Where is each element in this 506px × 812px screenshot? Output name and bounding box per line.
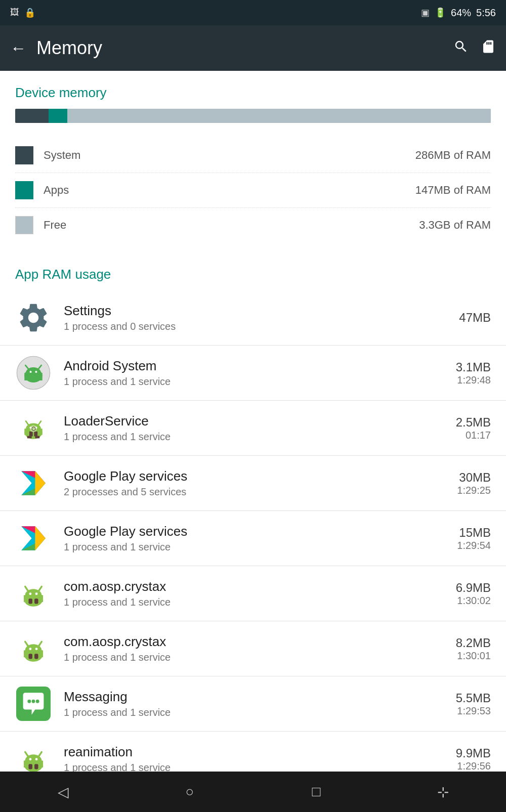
app-item-play2[interactable]: Google Play services 1 process and 1 ser… xyxy=(0,511,506,566)
reanimation-icon xyxy=(15,741,52,772)
memory-bar xyxy=(15,109,491,123)
svg-rect-16 xyxy=(34,432,37,437)
messaging-sub: 1 process and 1 service xyxy=(64,707,456,718)
play-icon-2 xyxy=(15,520,52,557)
svg-point-4 xyxy=(30,371,32,373)
settings-sub: 1 process and 0 services xyxy=(64,321,459,332)
free-label: Free xyxy=(44,219,419,232)
svg-point-35 xyxy=(35,592,38,595)
svg-point-52 xyxy=(36,700,39,703)
crystax2-mem: 8.2MB xyxy=(456,636,491,650)
app-ram-title: App RAM usage xyxy=(0,252,506,290)
lock-icon: 🔒 xyxy=(24,7,35,18)
loader-info: LoaderService 1 process and 1 service xyxy=(64,413,456,443)
app-item-android-system[interactable]: Android System 1 process and 1 service 3… xyxy=(0,346,506,401)
crystax1-sub: 1 process and 1 service xyxy=(64,596,456,608)
crystax1-info: com.aosp.crystax 1 process and 1 service xyxy=(64,579,456,608)
play1-time: 1:29:25 xyxy=(457,485,491,496)
apps-color xyxy=(15,181,33,199)
settings-stats: 47MB xyxy=(459,311,491,325)
messaging-time: 1:29:53 xyxy=(456,705,491,717)
messaging-icon xyxy=(15,686,52,722)
crystax1-time: 1:30:02 xyxy=(456,595,491,607)
android-system-mem: 3.1MB xyxy=(456,360,491,374)
signal-icon: ▣ xyxy=(421,7,430,18)
play1-stats: 30MB 1:29:25 xyxy=(457,471,491,496)
back-button[interactable]: ← xyxy=(10,39,26,58)
crystax2-time: 1:30:01 xyxy=(456,650,491,662)
svg-line-46 xyxy=(39,642,41,646)
svg-rect-48 xyxy=(34,654,38,659)
crystax2-info: com.aosp.crystax 1 process and 1 service xyxy=(64,634,456,663)
android-system-time: 1:29:48 xyxy=(456,374,491,386)
play2-mem: 15MB xyxy=(457,526,491,540)
settings-name: Settings xyxy=(64,303,459,319)
loader-name: LoaderService xyxy=(64,413,456,429)
play2-name: Google Play services xyxy=(64,524,457,539)
settings-mem: 47MB xyxy=(459,311,491,325)
android-system-icon xyxy=(15,355,52,391)
messaging-mem: 5.5MB xyxy=(456,691,491,705)
loader-sub: 1 process and 1 service xyxy=(64,431,456,443)
reanimation-stats: 9.9MB 1:29:56 xyxy=(456,746,491,772)
device-memory-section: Device memory System 286MB of RAM Apps 1… xyxy=(0,71,506,252)
status-bar: 🖼 🔒 ▣ 🔋 64% 5:56 xyxy=(0,0,506,25)
apps-label: Apps xyxy=(44,184,415,197)
settings-info: Settings 1 process and 0 services xyxy=(64,303,459,332)
crystax2-name: com.aosp.crystax xyxy=(64,634,456,650)
app-item-crystax2[interactable]: com.aosp.crystax 1 process and 1 service… xyxy=(0,621,506,676)
app-item-settings[interactable]: Settings 1 process and 0 services 47MB xyxy=(0,290,506,346)
crystax1-icon xyxy=(15,575,52,612)
messaging-info: Messaging 1 process and 1 service xyxy=(64,689,456,718)
play2-stats: 15MB 1:29:54 xyxy=(457,526,491,551)
android-system-name: Android System xyxy=(64,358,456,374)
settings-icon xyxy=(15,300,52,336)
back-nav-button[interactable]: ◁ xyxy=(48,777,78,807)
crystax2-sub: 1 process and 1 service xyxy=(64,652,456,663)
messaging-stats: 5.5MB 1:29:53 xyxy=(456,691,491,717)
android-system-stats: 3.1MB 1:29:48 xyxy=(456,360,491,386)
app-item-play1[interactable]: Google Play services 2 processes and 5 s… xyxy=(0,456,506,511)
app-ram-section: App RAM usage Settings 1 process and 0 s… xyxy=(0,252,506,772)
crystax2-icon xyxy=(15,630,52,667)
svg-line-14 xyxy=(38,421,41,424)
system-label: System xyxy=(44,149,415,162)
loader-stats: 2.5MB 01:17 xyxy=(456,415,491,441)
crystax1-mem: 6.9MB xyxy=(456,581,491,595)
svg-line-13 xyxy=(26,421,28,424)
play2-sub: 1 process and 1 service xyxy=(64,541,457,553)
system-color xyxy=(15,146,33,164)
svg-rect-18 xyxy=(35,436,39,439)
app-item-messaging[interactable]: Messaging 1 process and 1 service 5.5MB … xyxy=(0,676,506,732)
crystax1-stats: 6.9MB 1:30:02 xyxy=(456,581,491,607)
play1-mem: 30MB xyxy=(457,471,491,485)
reanimation-mem: 9.9MB xyxy=(456,746,491,760)
memory-bar-apps xyxy=(49,109,68,123)
battery-percent: 64% xyxy=(451,7,471,19)
svg-point-50 xyxy=(27,700,31,703)
page-title: Memory xyxy=(36,37,453,59)
legend-apps: Apps 147MB of RAM xyxy=(15,173,491,208)
svg-rect-38 xyxy=(28,599,32,604)
play1-info: Google Play services 2 processes and 5 s… xyxy=(64,468,457,498)
svg-rect-15 xyxy=(29,432,33,437)
svg-point-43 xyxy=(29,648,32,650)
screenshot-nav-button[interactable]: ⊹ xyxy=(428,777,458,807)
svg-point-56 xyxy=(29,758,32,760)
svg-line-36 xyxy=(25,586,28,590)
sd-card-icon[interactable] xyxy=(481,39,496,58)
home-nav-button[interactable]: ○ xyxy=(175,777,205,807)
memory-bar-free xyxy=(67,109,491,123)
svg-line-59 xyxy=(39,752,41,756)
app-item-reanimation[interactable]: reanimation 1 process and 1 service 9.9M… xyxy=(0,732,506,772)
free-color xyxy=(15,216,33,234)
legend-free: Free 3.3GB of RAM xyxy=(15,208,491,242)
recent-nav-button[interactable]: □ xyxy=(301,777,331,807)
crystax1-name: com.aosp.crystax xyxy=(64,579,456,594)
app-item-crystax1[interactable]: com.aosp.crystax 1 process and 1 service… xyxy=(0,566,506,621)
reanimation-sub: 1 process and 1 service xyxy=(64,762,456,772)
battery-icon: 🔋 xyxy=(435,7,446,18)
play1-sub: 2 processes and 5 services xyxy=(64,486,457,498)
app-item-loader[interactable]: ⬡ LoaderService 1 process and 1 service … xyxy=(0,401,506,456)
search-icon[interactable] xyxy=(453,39,469,58)
